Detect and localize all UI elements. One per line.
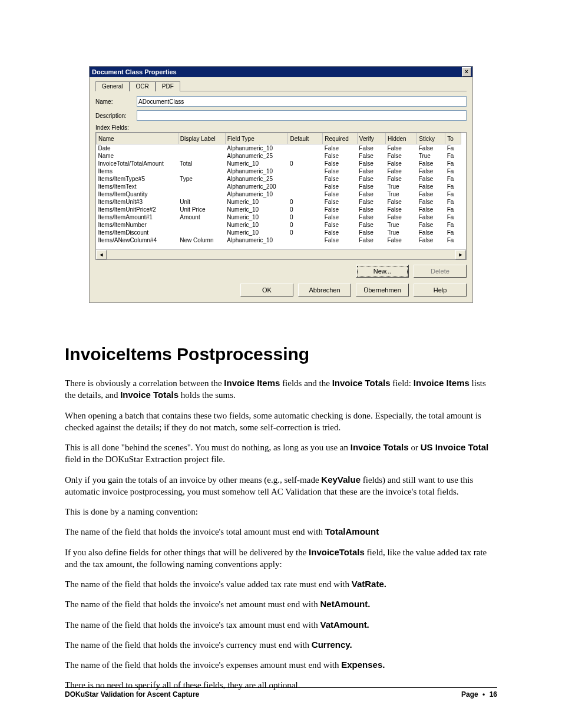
paragraph: The name of the field that holds the inv…: [65, 578, 497, 590]
table-row[interactable]: Items/ItemAmount#1AmountNumeric_100False…: [97, 213, 461, 221]
table-row[interactable]: NameAlphanumeric_25FalseFalseFalseTrueFa: [97, 152, 461, 160]
name-input[interactable]: [137, 96, 467, 107]
paragraph: When opening a batch that contains these…: [65, 410, 497, 434]
col-required[interactable]: Required: [323, 133, 358, 144]
col-name[interactable]: Name: [97, 133, 178, 144]
col-label[interactable]: Display Label: [178, 133, 225, 144]
paragraph: The name of the field that holds the inv…: [65, 639, 497, 651]
col-ftype[interactable]: Field Type: [225, 133, 288, 144]
grid-header-row: Name Display Label Field Type Default Re…: [97, 133, 461, 144]
description-label: Description:: [95, 113, 137, 119]
cancel-button[interactable]: Abbrechen: [298, 284, 351, 297]
col-verify[interactable]: Verify: [357, 133, 385, 144]
paragraph: This is all done "behind the scenes". Yo…: [65, 442, 497, 466]
scroll-left-icon[interactable]: ◄: [96, 250, 107, 259]
table-row[interactable]: Items/ItemType#5TypeAlphanumeric_25False…: [97, 175, 461, 183]
table-row[interactable]: Items/ItemUnitPrice#2Unit PriceNumeric_1…: [97, 206, 461, 213]
paragraph: The name of the field that holds the inv…: [65, 619, 497, 631]
dialog-tabs: General OCR PDF: [95, 81, 467, 91]
table-row[interactable]: Items/ItemNumberNumeric_100FalseFalseTru…: [97, 221, 461, 229]
paragraph: The name of the field that holds the inv…: [65, 598, 497, 610]
footer-doc-title: DOKuStar Validation for Ascent Capture: [65, 690, 199, 699]
table-row[interactable]: Items/ItemTextAlphanumeric_200FalseFalse…: [97, 183, 461, 190]
scroll-right-icon[interactable]: ►: [455, 250, 466, 259]
col-sticky[interactable]: Sticky: [417, 133, 445, 144]
table-row[interactable]: ItemsAlphanumeric_10FalseFalseFalseFalse…: [97, 167, 461, 175]
table-row[interactable]: Items/ItemQuantityAlphanumeric_10FalseFa…: [97, 190, 461, 198]
section-heading: InvoiceItems Postprocessing: [65, 344, 497, 364]
tab-pdf[interactable]: PDF: [156, 81, 180, 91]
table-row[interactable]: Items/ItemUnit#3UnitNumeric_100FalseFals…: [97, 198, 461, 206]
col-to[interactable]: To: [445, 133, 461, 144]
paragraph: The name of the field that holds the inv…: [65, 526, 497, 538]
col-hidden[interactable]: Hidden: [385, 133, 416, 144]
help-button[interactable]: Help: [414, 284, 467, 297]
page-footer: DOKuStar Validation for Ascent Capture P…: [65, 687, 497, 699]
paragraph: If you also define fields for other thin…: [65, 546, 497, 571]
table-row[interactable]: Items/ANewColumn#4New ColumnAlphanumeric…: [97, 236, 461, 244]
new-button[interactable]: New...: [356, 265, 409, 278]
name-label: Name:: [95, 98, 137, 105]
paragraph: This is done by a naming convention:: [65, 506, 497, 518]
table-row[interactable]: DateAlphanumeric_10FalseFalseFalseFalseF…: [97, 144, 461, 153]
table-row[interactable]: InvoiceTotal/TotalAmountTotalNumeric_100…: [97, 160, 461, 167]
delete-button[interactable]: Delete: [414, 265, 467, 278]
ok-button[interactable]: OK: [240, 284, 293, 297]
document-class-properties-dialog: Document Class Properties × General OCR …: [89, 66, 473, 303]
index-fields-grid[interactable]: Name Display Label Field Type Default Re…: [95, 132, 467, 260]
apply-button[interactable]: Übernehmen: [356, 284, 409, 297]
index-fields-label: Index Fields:: [95, 124, 467, 131]
table-row[interactable]: Items/ItemDiscountNumeric_100FalseFalseT…: [97, 229, 461, 236]
dialog-title: Document Class Properties: [92, 68, 177, 75]
footer-page-number: Page • 16: [461, 690, 497, 699]
description-input[interactable]: [137, 110, 467, 121]
dialog-titlebar: Document Class Properties ×: [90, 67, 472, 77]
paragraph: The name of the field that holds the inv…: [65, 659, 497, 671]
horizontal-scrollbar[interactable]: ◄ ►: [96, 249, 466, 259]
tab-ocr[interactable]: OCR: [130, 81, 156, 91]
col-default[interactable]: Default: [288, 133, 323, 144]
close-icon[interactable]: ×: [462, 67, 471, 77]
tab-general[interactable]: General: [95, 81, 130, 91]
paragraph: There is obviously a correlation between…: [65, 377, 497, 401]
paragraph: Only if you gain the totals of an invoic…: [65, 474, 497, 498]
